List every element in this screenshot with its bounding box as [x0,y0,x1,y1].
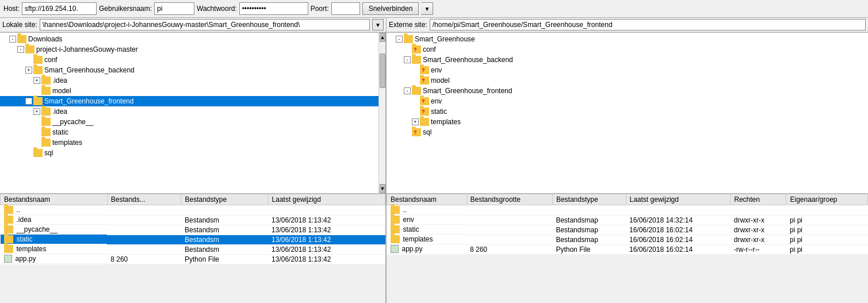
local-site-label: Lokale site: [2,21,37,29]
local-file-name-static: static [17,235,33,243]
host-input[interactable] [22,2,97,15]
remote-file-row-apppy[interactable]: app.py 8 260 Python File 16/06/2018 16:0… [387,244,868,254]
expand-downloads[interactable]: - [9,36,16,43]
tree-node-rfrontend: - Smart_Greenhouse_frontend env [387,86,868,127]
label-downloads: Downloads [28,34,62,44]
expand-rbackend[interactable]: - [404,56,411,63]
expand-rsmartgh[interactable]: - [396,36,403,43]
tree-row-renv1[interactable]: env [387,65,868,75]
local-file-row-idea[interactable]: .idea Bestandsm 13/06/2018 1:13:42 [1,215,385,225]
tree-row-idea2[interactable]: + .idea [0,106,378,117]
remote-col-size[interactable]: Bestandsgrootte [466,194,552,205]
remote-col-rights[interactable]: Rechten [731,194,786,205]
label-templates1: templates [52,137,82,148]
remote-file-rights-dotdot [731,205,786,216]
remote-file-type-apppy: Python File [552,244,626,254]
local-tree-area[interactable]: - Downloads - project-i-JohannesGouwy-ma… [0,33,385,193]
tree-node-backend: + Smart_Greenhouse_backend + .idea [0,65,378,96]
local-file-type-templates: Bestandsm [181,244,268,254]
label-backend: Smart_Greenhouse_backend [44,65,135,75]
tree-row-renv2[interactable]: env [387,96,868,106]
tree-row-sql1[interactable]: sql [0,148,378,158]
local-file-modified-templates: 13/06/2018 1:13:42 [268,244,385,254]
folder-icon-templates-remote [391,235,400,243]
tree-row-model1[interactable]: model [0,86,378,96]
file-icon-apppy-local [4,255,12,263]
password-input[interactable] [239,2,308,15]
connect-dropdown-button[interactable]: ▼ [421,2,433,15]
tree-row-conf1[interactable]: conf [0,55,378,65]
remote-file-scroll[interactable]: Bestandsnaam Bestandsgrootte Bestandstyp… [387,194,868,303]
remote-col-modified[interactable]: Laatst gewijzigd [626,194,731,205]
remote-tree-area[interactable]: - Smart_Greenhouse conf [387,33,868,193]
tree-row-downloads[interactable]: - Downloads [0,34,378,44]
tree-row-rsmartgh[interactable]: - Smart_Greenhouse [387,34,868,44]
expand-rtemplates1[interactable]: + [412,118,419,125]
remote-col-owner[interactable]: Eigenaar/groep [786,194,868,205]
tree-row-rtemplates1[interactable]: + templates [387,117,868,127]
local-file-row-static[interactable]: static Bestandsm 13/06/2018 1:13:42 [1,235,385,244]
local-col-type[interactable]: Bestandstype [181,194,268,205]
local-file-size-templates [107,244,181,254]
folder-icon-rtemplates1 [420,118,429,126]
tree-row-backend[interactable]: + Smart_Greenhouse_backend [0,65,378,75]
tree-node-downloads: - Downloads - project-i-JohannesGouwy-ma… [0,34,378,158]
remote-col-type[interactable]: Bestandstype [552,194,626,205]
folder-icon-model1 [41,87,51,95]
label-rmodel1: model [431,75,450,86]
remote-file-name-dotdot: .. [403,206,407,214]
expand-backend[interactable]: + [25,67,32,74]
expand-rfrontend[interactable]: - [404,87,411,94]
tree-row-rstatic1[interactable]: static [387,106,868,117]
tree-row-rconf[interactable]: conf [387,44,868,55]
label-rstatic1: static [431,106,447,117]
remote-file-row-env[interactable]: env Bestandsmap 16/06/2018 14:32:14 drwx… [387,215,868,225]
remote-file-row-dotdot[interactable]: .. [387,205,868,216]
local-file-row-apppy[interactable]: app.py 8 260 Python File 13/06/2018 1:13… [1,254,385,264]
remote-file-type-templates: Bestandsmap [552,235,626,244]
remote-file-row-templates[interactable]: templates Bestandsmap 16/06/2018 16:02:1… [387,235,868,244]
label-static1: static [52,127,68,137]
tree-row-rbackend[interactable]: - Smart_Greenhouse_backend [387,55,868,65]
local-file-row-pycache[interactable]: __pycache__ Bestandsm 13/06/2018 1:13:42 [1,225,385,235]
remote-col-name[interactable]: Bestandsnaam [387,194,467,205]
expand-frontend[interactable]: - [25,98,32,105]
tree-row-rmodel1[interactable]: model [387,75,868,86]
expand-idea2[interactable]: + [33,108,40,115]
label-rtemplates1: templates [431,117,461,127]
tree-row-templates1[interactable]: templates [0,137,378,148]
tree-row-static1[interactable]: static [0,127,378,137]
local-path-dropdown[interactable]: ▼ [372,19,384,30]
tree-row-idea1[interactable]: + .idea [0,75,378,86]
remote-file-row-static[interactable]: static Bestandsmap 16/06/2018 16:02:14 d… [387,225,868,235]
local-tree-scrollbar-thumb[interactable] [380,53,385,88]
username-input[interactable] [154,2,194,15]
local-file-size-idea [107,215,181,225]
local-file-modified-static: 13/06/2018 1:13:42 [268,235,385,244]
local-col-modified[interactable]: Laatst gewijzigd [268,194,385,205]
local-file-row-templates[interactable]: templates Bestandsm 13/06/2018 1:13:42 [1,244,385,254]
local-file-size-static [107,235,181,244]
tree-row-pycache1[interactable]: __pycache__ [0,117,378,127]
tree-row-frontend[interactable]: - Smart_Greenhouse_frontend [0,96,378,106]
expand-idea1[interactable]: + [33,77,40,84]
remote-file-name-templates: templates [403,235,433,243]
connect-button[interactable]: Snelverbinden [362,2,419,15]
tree-row-rsql1[interactable]: sql [387,127,868,137]
tree-row-project[interactable]: - project-i-JohannesGouwy-master [0,44,378,55]
expand-project[interactable]: - [17,46,24,53]
local-tree-scrollbar[interactable]: ▲ ▼ [378,33,385,193]
local-file-size-pycache [107,225,181,235]
remote-file-modified-static: 16/06/2018 16:02:14 [626,225,731,235]
local-file-scroll[interactable]: Bestandsnaam Bestands... Bestandstype La… [0,194,385,303]
local-col-size[interactable]: Bestands... [107,194,181,205]
local-path-input[interactable] [40,19,370,30]
port-input[interactable] [331,2,360,15]
local-file-type-pycache: Bestandsm [181,225,268,235]
local-col-name[interactable]: Bestandsnaam [1,194,108,205]
remote-path-input[interactable] [430,19,866,30]
tree-node-conf1: conf [0,55,378,65]
main-area: - Downloads - project-i-JohannesGouwy-ma… [0,33,868,194]
local-file-row-dotdot[interactable]: .. [1,205,385,216]
tree-row-rfrontend[interactable]: - Smart_Greenhouse_frontend [387,86,868,96]
